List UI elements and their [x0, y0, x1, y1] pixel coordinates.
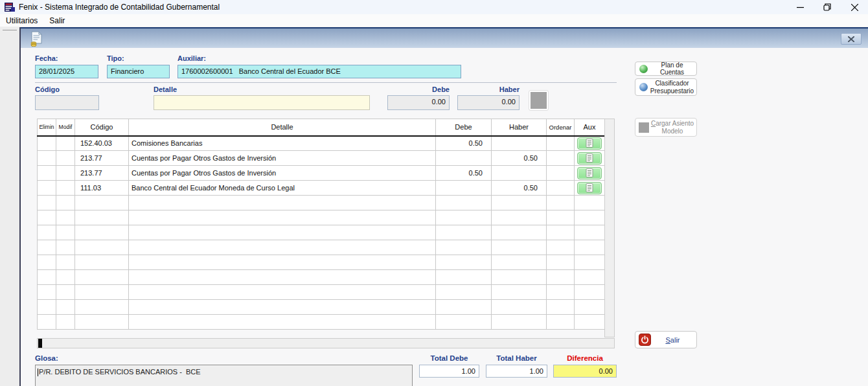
- close-icon: [851, 4, 858, 11]
- grid-header-row: Elimin Modif Código Detalle Debe Haber O…: [38, 119, 605, 136]
- menu-utilitarios[interactable]: Utilitarios: [0, 15, 43, 27]
- col-haber: Haber: [492, 119, 547, 136]
- salir-button[interactable]: Salir: [635, 331, 697, 348]
- app-icon: [5, 2, 15, 12]
- detalle-label: Detalle: [154, 85, 177, 93]
- separator-line: [35, 82, 617, 83]
- col-debe: Debe: [436, 119, 492, 136]
- cargar-line1: argar Asiento: [656, 120, 694, 127]
- auxiliar-input[interactable]: 1760002600001 Banco Central del Ecuador …: [177, 65, 461, 78]
- glosa-label: Glosa:: [35, 354, 58, 362]
- table-row-empty: [38, 255, 605, 270]
- form-close-icon: [848, 36, 854, 42]
- aux-button[interactable]: [577, 152, 602, 165]
- debe-input[interactable]: 0.00: [387, 95, 450, 110]
- table-row-empty: [38, 196, 605, 210]
- aux-button[interactable]: [577, 137, 602, 150]
- debe-label: Debe: [387, 85, 450, 93]
- diferencia-label: Diferencia: [553, 354, 617, 362]
- fecha-input[interactable]: 28/01/2025: [35, 65, 98, 78]
- aux-button[interactable]: [577, 182, 602, 194]
- cargar-asiento-label: Cargar Asiento Modelo: [650, 120, 694, 135]
- power-icon: [639, 334, 651, 346]
- clasificador-label: Clasificador Presupuestario: [650, 80, 694, 95]
- restore-icon: [823, 3, 831, 11]
- col-aux: Aux: [575, 119, 605, 136]
- table-row: 213.77Cuentas por Pagar Otros Gastos de …: [38, 151, 605, 166]
- gray-square-icon: [531, 92, 547, 109]
- haber-input[interactable]: 0.00: [457, 95, 520, 110]
- table-row-empty: [38, 285, 605, 300]
- salir-accel: S: [665, 336, 670, 344]
- total-haber-value: 1.00: [486, 365, 547, 378]
- clasificador-line2: Presupuestario: [650, 87, 694, 95]
- total-haber-label: Total Haber: [486, 354, 547, 362]
- auxiliar-label: Auxiliar:: [177, 54, 206, 62]
- application-window: Fenix - Sistema Integrado de Contabilida…: [0, 0, 868, 386]
- glosa-value: P/R. DEBITO DE SERVICIOS BANCARIOS - BCE: [39, 368, 201, 376]
- cargar-line2: Modelo: [662, 128, 683, 135]
- haber-label: Haber: [457, 85, 520, 93]
- document-coins-icon: [30, 31, 44, 47]
- table-row-empty: [38, 240, 605, 255]
- detalle-input[interactable]: [154, 95, 370, 110]
- col-codigo: Código: [75, 119, 129, 136]
- form-close-button[interactable]: [841, 33, 862, 45]
- codigo-input[interactable]: [35, 95, 99, 110]
- tipo-input[interactable]: Financiero: [107, 65, 170, 78]
- table-row: 152.40.03Comisiones Bancarias0.50: [38, 136, 605, 151]
- total-debe-value: 1.00: [419, 365, 479, 378]
- close-button[interactable]: [841, 0, 868, 14]
- table-row-empty: [38, 225, 605, 240]
- plan-de-cuentas-label: Plan de Cuentas: [650, 62, 694, 76]
- green-sphere-icon: [639, 65, 648, 73]
- mdi-area: Fecha: 28/01/2025 Tipo: Financiero Auxil…: [0, 27, 868, 386]
- table-row-empty: [38, 210, 605, 225]
- salir-rest: alir: [670, 336, 680, 344]
- table-row-empty: [38, 315, 605, 330]
- codigo-label: Código: [35, 85, 60, 93]
- window-title: Fenix - Sistema Integrado de Contabilida…: [19, 3, 220, 12]
- table-row: 111.03Banco Central del Ecuador Moneda d…: [38, 181, 605, 196]
- col-elimin: Elimin: [38, 119, 56, 136]
- total-debe-label: Total Debe: [419, 354, 479, 362]
- cargar-asiento-modelo-button[interactable]: Cargar Asiento Modelo: [635, 118, 697, 137]
- menu-bar: Utilitarios Salir: [0, 14, 868, 27]
- aux-button[interactable]: [577, 167, 602, 179]
- table-row-empty: [38, 270, 605, 285]
- collapsed-panel-handle: [3, 30, 17, 30]
- salir-label: Salir: [651, 336, 694, 344]
- left-strip: [0, 27, 18, 386]
- glosa-input[interactable]: P/R. DEBITO DE SERVICIOS BANCARIOS - BCE: [35, 365, 413, 386]
- diferencia-value: 0.00: [553, 365, 617, 378]
- tipo-label: Tipo:: [107, 54, 124, 62]
- clasificador-presupuestario-button[interactable]: Clasificador Presupuestario: [635, 78, 697, 96]
- plan-de-cuentas-button[interactable]: Plan de Cuentas: [635, 62, 697, 76]
- entries-grid: Elimin Modif Código Detalle Debe Haber O…: [37, 119, 605, 330]
- restore-button[interactable]: [814, 0, 841, 14]
- table-row: 213.77Cuentas por Pagar Otros Gastos de …: [38, 166, 605, 181]
- text-cursor: [38, 369, 38, 376]
- minimize-button[interactable]: [786, 0, 814, 14]
- gray-square-icon: [639, 122, 649, 133]
- asiento-form-window: Fecha: 28/01/2025 Tipo: Financiero Auxil…: [19, 27, 868, 386]
- add-entry-button[interactable]: [529, 90, 549, 111]
- blue-sphere-icon: [639, 83, 648, 91]
- col-detalle: Detalle: [129, 119, 436, 136]
- title-bar: Fenix - Sistema Integrado de Contabilida…: [0, 0, 868, 14]
- table-row-empty: [38, 300, 605, 315]
- grid-vertical-scrollbar[interactable]: [604, 119, 615, 337]
- fecha-label: Fecha:: [35, 54, 58, 62]
- minimize-icon: [797, 4, 804, 11]
- scrollbar-thumb[interactable]: [38, 339, 42, 348]
- col-ordenar: Ordenar: [547, 119, 575, 136]
- col-modif: Modif: [56, 119, 75, 136]
- menu-salir[interactable]: Salir: [43, 15, 71, 27]
- grid-horizontal-scrollbar[interactable]: [37, 338, 615, 348]
- form-header-band: [21, 27, 868, 48]
- clasificador-line1: Clasificador: [655, 80, 689, 87]
